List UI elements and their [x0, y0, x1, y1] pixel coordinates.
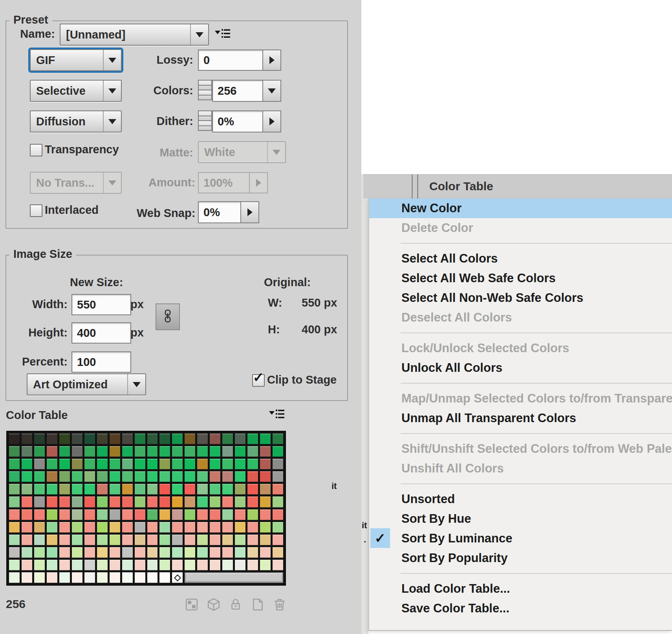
lossy-slider-button[interactable]: [262, 50, 281, 71]
color-swatch[interactable]: [97, 509, 108, 520]
menu-item-sort-by-luminance[interactable]: Sort By Luminance✓: [369, 529, 672, 548]
color-swatch[interactable]: [172, 484, 183, 494]
color-swatch[interactable]: [47, 535, 57, 545]
color-swatch[interactable]: [34, 522, 45, 533]
color-swatch[interactable]: [34, 572, 45, 583]
color-swatch[interactable]: [185, 459, 195, 469]
menu-item-deselect-all-colors[interactable]: Deselect All Colors: [369, 308, 672, 327]
preset-panel-menu-icon[interactable]: [214, 26, 231, 42]
menu-item-delete-color[interactable]: Delete Color: [369, 218, 672, 238]
color-swatch[interactable]: [147, 484, 158, 494]
color-swatch[interactable]: [260, 496, 271, 507]
color-swatch[interactable]: [22, 509, 32, 520]
color-swatch[interactable]: [135, 471, 145, 482]
color-swatch[interactable]: [260, 509, 271, 520]
color-swatch[interactable]: [147, 560, 158, 570]
width-field[interactable]: 550: [71, 294, 131, 315]
color-swatch[interactable]: [59, 547, 70, 558]
color-swatch[interactable]: [72, 484, 82, 494]
color-swatch[interactable]: [260, 459, 271, 469]
color-swatch[interactable]: [9, 535, 20, 545]
color-swatch[interactable]: [247, 434, 258, 444]
colors-dropdown-button[interactable]: [262, 80, 281, 102]
color-swatch[interactable]: [147, 434, 158, 444]
color-swatch[interactable]: [97, 471, 108, 482]
color-swatch[interactable]: [34, 484, 45, 494]
color-swatch[interactable]: [122, 484, 133, 494]
color-swatch[interactable]: [247, 484, 258, 494]
color-swatch[interactable]: [172, 496, 183, 507]
lock-color-icon[interactable]: [229, 597, 243, 612]
color-swatch[interactable]: [34, 471, 45, 482]
color-swatch[interactable]: [235, 484, 245, 494]
color-swatch[interactable]: [122, 522, 133, 533]
color-swatch[interactable]: [172, 471, 183, 482]
color-swatch[interactable]: [210, 459, 220, 469]
color-swatch[interactable]: [97, 560, 108, 570]
color-swatch[interactable]: [47, 484, 57, 494]
color-swatch[interactable]: [273, 471, 283, 482]
color-swatch[interactable]: [22, 572, 32, 583]
color-swatch[interactable]: [122, 471, 133, 482]
color-swatch[interactable]: [84, 496, 95, 507]
chevron-down-icon[interactable]: [190, 24, 208, 45]
color-swatch[interactable]: [22, 446, 32, 457]
menu-item-unsorted[interactable]: Unsorted: [369, 489, 672, 509]
color-swatch[interactable]: [185, 560, 195, 570]
color-swatch[interactable]: [235, 535, 245, 545]
color-swatch[interactable]: [72, 446, 82, 457]
constrain-link-button[interactable]: [156, 303, 180, 330]
color-swatch[interactable]: [59, 471, 70, 482]
color-swatch[interactable]: [235, 496, 245, 507]
color-swatch[interactable]: [197, 560, 208, 570]
color-swatch[interactable]: [122, 496, 133, 507]
transparency-cube-icon[interactable]: [207, 597, 221, 612]
color-swatch[interactable]: [222, 446, 233, 457]
color-swatch[interactable]: [122, 509, 133, 520]
color-swatch[interactable]: [97, 484, 108, 494]
color-swatch[interactable]: [59, 434, 70, 444]
color-swatch[interactable]: [122, 535, 133, 545]
color-swatch[interactable]: [147, 547, 158, 558]
color-swatch[interactable]: [222, 459, 233, 469]
menu-item-sort-by-popularity[interactable]: Sort By Popularity: [369, 548, 672, 568]
step-up-icon[interactable]: [198, 110, 212, 121]
color-swatch[interactable]: [260, 522, 271, 533]
color-swatch[interactable]: [247, 535, 258, 545]
color-swatch[interactable]: [47, 496, 57, 507]
color-swatch[interactable]: [172, 446, 183, 457]
color-swatch[interactable]: [222, 535, 233, 545]
color-swatch[interactable]: [147, 459, 158, 469]
new-color-icon[interactable]: [251, 597, 265, 612]
color-swatch[interactable]: [235, 471, 245, 482]
color-swatch[interactable]: [122, 572, 133, 583]
color-swatch[interactable]: [260, 484, 271, 494]
color-swatch[interactable]: [84, 434, 95, 444]
color-swatch[interactable]: [122, 434, 133, 444]
color-swatch[interactable]: [260, 560, 271, 570]
color-swatch[interactable]: [97, 446, 108, 457]
color-swatch[interactable]: [210, 535, 220, 545]
color-swatch[interactable]: [235, 509, 245, 520]
color-swatch[interactable]: [210, 471, 220, 482]
dither-stepper[interactable]: [198, 110, 212, 131]
amount-field[interactable]: 100%: [198, 172, 255, 193]
color-swatch[interactable]: [59, 459, 70, 469]
color-swatch[interactable]: [260, 446, 271, 457]
color-swatch[interactable]: [122, 459, 133, 469]
color-swatch[interactable]: [159, 459, 170, 469]
color-swatch[interactable]: [84, 560, 95, 570]
color-swatch[interactable]: [260, 434, 271, 444]
color-swatch[interactable]: [135, 496, 145, 507]
color-swatch[interactable]: [172, 535, 183, 545]
color-swatch[interactable]: [247, 496, 258, 507]
color-swatch[interactable]: [210, 484, 220, 494]
color-swatch[interactable]: [159, 560, 170, 570]
color-swatch[interactable]: [172, 560, 183, 570]
color-swatch[interactable]: [147, 509, 158, 520]
color-swatch[interactable]: [197, 522, 208, 533]
transparent-color-swatch[interactable]: ◇: [172, 572, 183, 583]
color-swatch[interactable]: [273, 522, 283, 533]
color-swatch[interactable]: [9, 434, 20, 444]
color-swatch[interactable]: [222, 560, 233, 570]
